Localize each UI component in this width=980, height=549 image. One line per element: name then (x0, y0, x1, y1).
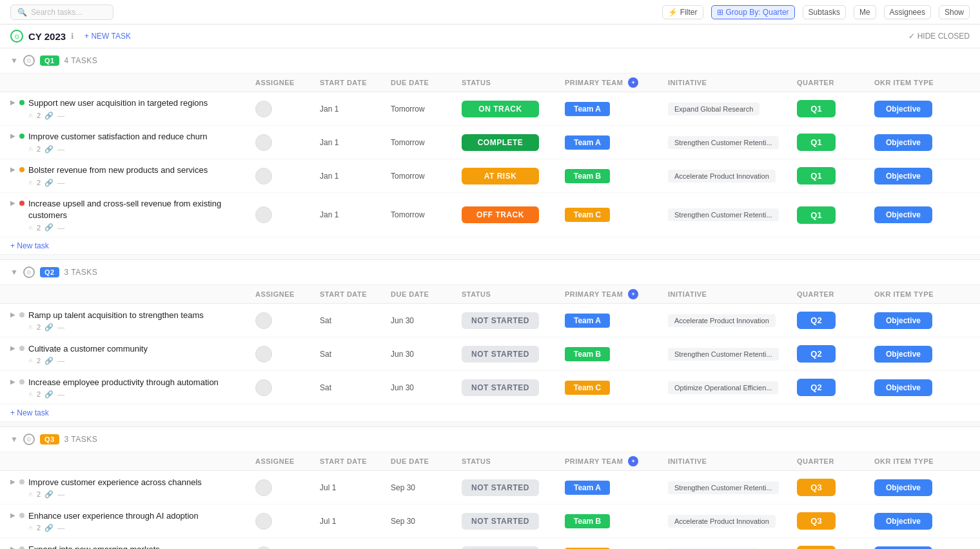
task-info: Improve customer experience across chann… (28, 477, 202, 499)
team-cell[interactable]: Team B (565, 169, 668, 183)
subtask-icon: ⑃ (28, 323, 33, 331)
expand-icon[interactable]: ▶ (10, 378, 15, 385)
team-badge[interactable]: Team B (565, 347, 610, 361)
status-badge[interactable]: ON TRACK (462, 101, 539, 117)
team-badge[interactable]: Team B (565, 514, 610, 528)
team-cell[interactable]: Team B (565, 347, 668, 361)
table-row: ▶ Support new user acquisition in target… (0, 92, 980, 126)
subtasks-button[interactable]: Subtasks (803, 5, 846, 19)
avatar (255, 379, 272, 396)
status-badge[interactable]: COMPLETE (462, 134, 539, 151)
expand-quarter-icon[interactable]: ▼ (10, 435, 18, 444)
content: ▼ ⊙ Q1 4 TASKS ASSIGNEE START DATE DUE D… (0, 48, 980, 549)
status-cell[interactable]: AT RISK (462, 168, 565, 185)
info-icon[interactable]: ℹ (71, 32, 74, 41)
status-badge[interactable]: NOT STARTED (462, 346, 539, 363)
status-dot (19, 167, 24, 172)
okr-type-cell: Objective (874, 546, 980, 549)
quarter-cycle-icon: ⊙ (23, 55, 35, 66)
status-cell[interactable]: COMPLETE (462, 134, 565, 151)
tasks-count: 3 TASKS (64, 268, 98, 277)
expand-icon[interactable]: ▶ (10, 311, 15, 318)
status-cell[interactable]: NOT STARTED (462, 312, 565, 329)
status-dot (19, 513, 24, 518)
expand-icon[interactable]: ▶ (10, 132, 15, 139)
avatar (255, 101, 272, 117)
expand-quarter-icon[interactable]: ▼ (10, 56, 18, 65)
new-task-button[interactable]: + NEW TASK (79, 30, 136, 43)
task-info: Enhance user experience through AI adopt… (28, 510, 199, 532)
expand-icon[interactable]: ▶ (10, 166, 15, 173)
expand-icon[interactable]: ▶ (10, 199, 15, 206)
assignee-cell (255, 206, 320, 223)
team-badge[interactable]: Team B (565, 169, 610, 183)
expand-icon[interactable]: ▶ (10, 545, 15, 549)
me-button[interactable]: Me (854, 5, 876, 19)
show-button[interactable]: Show (939, 5, 970, 19)
team-badge[interactable]: Team A (565, 481, 610, 495)
status-badge[interactable]: NOT STARTED (462, 379, 539, 396)
status-badge[interactable]: NOT STARTED (462, 479, 539, 496)
hide-closed-button[interactable]: ✓ HIDE CLOSED (908, 32, 970, 41)
team-badge[interactable]: Team A (565, 314, 610, 328)
status-badge[interactable]: NOT STARTED (462, 312, 539, 329)
quarter-cell: Q3 (797, 512, 874, 530)
assignees-button[interactable]: Assignees (884, 5, 931, 19)
search-icon: 🔍 (17, 8, 27, 17)
col-initiative: INITIATIVE (668, 290, 797, 298)
team-badge[interactable]: Team A (565, 102, 610, 116)
okr-type-cell: Objective (874, 206, 980, 223)
team-cell[interactable]: Team C (565, 208, 668, 222)
okr-type-badge: Objective (874, 546, 932, 549)
search-box[interactable]: 🔍 Search tasks... (10, 5, 113, 20)
col-quarter: QUARTER (797, 290, 874, 298)
team-cell[interactable]: Team C (565, 381, 668, 395)
col-assignee: ASSIGNEE (255, 457, 320, 465)
task-info: Expand into new emerging markets ⑃ 2 🔗 — (28, 544, 160, 549)
okr-type-cell: Objective (874, 168, 980, 185)
initiative-cell: Strengthen Customer Retenti... (668, 208, 797, 221)
status-cell[interactable]: NOT STARTED (462, 346, 565, 363)
status-badge[interactable]: NOT STARTED (462, 513, 539, 530)
filter-button[interactable]: ⚡ Filter (662, 5, 703, 19)
status-cell[interactable]: NOT STARTED (462, 479, 565, 496)
quarter-cell: Q1 (797, 134, 874, 151)
status-cell[interactable]: ON TRACK (462, 101, 565, 117)
group-by-button[interactable]: ⊞ Group By: Quarter (711, 5, 795, 19)
expand-icon[interactable]: ▶ (10, 99, 15, 106)
initiative-cell: Accelerate Product Innovation (668, 170, 797, 183)
avatar (255, 312, 272, 329)
subtask-count: 2 (37, 490, 41, 498)
team-cell[interactable]: Team A (565, 314, 668, 328)
subtask-icon: ⑃ (28, 224, 33, 232)
top-bar-left: 🔍 Search tasks... (10, 5, 113, 20)
team-badge[interactable]: Team C (565, 208, 610, 222)
team-badge[interactable]: Team A (565, 135, 610, 150)
status-badge[interactable]: NOT STARTED (462, 546, 539, 549)
subtask-icon: ⑃ (28, 145, 33, 153)
expand-icon[interactable]: ▶ (10, 512, 15, 519)
team-cell[interactable]: Team A (565, 135, 668, 150)
task-name: Expand into new emerging markets (28, 544, 160, 549)
team-cell[interactable]: Team B (565, 514, 668, 528)
status-cell[interactable]: NOT STARTED (462, 513, 565, 530)
expand-icon[interactable]: ▶ (10, 478, 15, 485)
due-date-cell: Jun 30 (391, 316, 462, 325)
new-task-row[interactable]: + New task (0, 404, 980, 422)
status-cell[interactable]: OFF TRACK (462, 206, 565, 223)
status-cell[interactable]: NOT STARTED (462, 546, 565, 549)
col-start-date: START DATE (320, 457, 391, 465)
new-task-row[interactable]: + New task (0, 237, 980, 255)
col-start-date: START DATE (320, 79, 391, 86)
team-cell[interactable]: Team A (565, 102, 668, 116)
status-badge[interactable]: AT RISK (462, 168, 539, 185)
quarter-cell: Q2 (797, 379, 874, 396)
team-cell[interactable]: Team A (565, 481, 668, 495)
assignee-cell (255, 312, 320, 329)
status-badge[interactable]: OFF TRACK (462, 206, 539, 223)
status-cell[interactable]: NOT STARTED (462, 379, 565, 396)
expand-icon[interactable]: ▶ (10, 344, 15, 352)
expand-quarter-icon[interactable]: ▼ (10, 268, 18, 277)
team-badge[interactable]: Team C (565, 381, 610, 395)
avatar (255, 513, 272, 530)
